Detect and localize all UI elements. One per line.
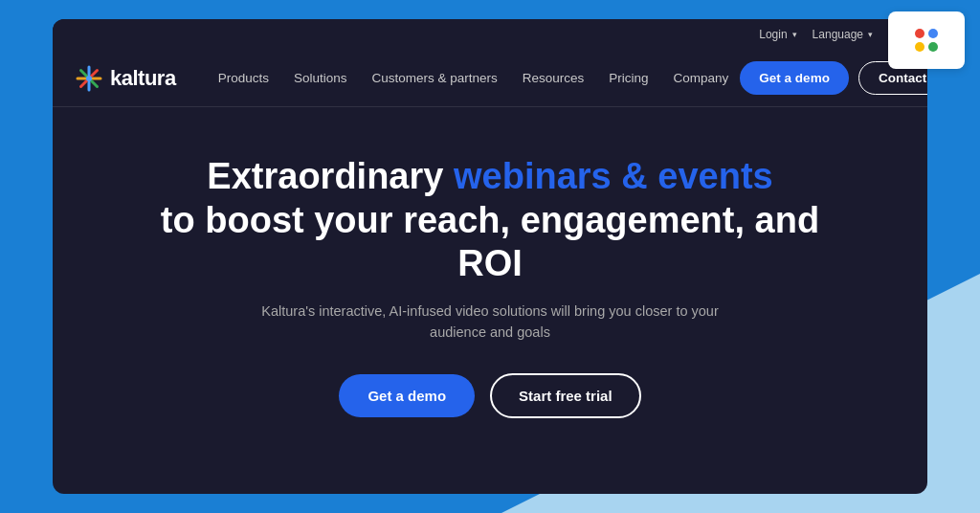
nav-item-customers-partners[interactable]: Customers & partners: [360, 65, 508, 91]
navbar: kaltura Products Solutions Customers & p…: [53, 50, 927, 107]
get-demo-button[interactable]: Get a demo: [740, 61, 849, 95]
hero-buttons: Get a demo Start free trial: [339, 373, 640, 418]
google-dot-green: [928, 42, 938, 52]
nav-links: Products Solutions Customers & partners …: [207, 65, 741, 91]
google-dot-blue: [928, 29, 938, 38]
svg-point-4: [86, 76, 92, 81]
main-container: Login ▾ Language ▾ 🔍 kaltura Products So…: [53, 19, 927, 494]
hero-trial-button[interactable]: Start free trial: [490, 373, 641, 418]
logo[interactable]: kaltura: [76, 65, 176, 92]
hero-demo-button[interactable]: Get a demo: [339, 374, 475, 417]
nav-item-company[interactable]: Company: [662, 65, 741, 91]
hero-title-part1: Extraordinary: [207, 156, 454, 196]
nav-item-products[interactable]: Products: [207, 65, 280, 91]
google-dot-yellow: [915, 42, 924, 52]
language-chevron: ▾: [868, 30, 873, 39]
hero-title: Extraordinary webinars & events to boost…: [131, 155, 849, 286]
language-button[interactable]: Language ▾: [813, 28, 873, 41]
google-icon: [913, 27, 940, 54]
nav-item-solutions[interactable]: Solutions: [282, 65, 359, 91]
hero-subtitle: Kaltura's interactive, AI-infused video …: [251, 301, 729, 344]
language-label: Language: [813, 28, 863, 41]
hero-title-highlight: webinars & events: [454, 156, 773, 196]
nav-item-pricing[interactable]: Pricing: [597, 65, 659, 91]
utility-bar: Login ▾ Language ▾ 🔍: [53, 19, 927, 50]
login-label: Login: [759, 28, 787, 41]
nav-item-resources[interactable]: Resources: [511, 65, 596, 91]
logo-text: kaltura: [110, 66, 176, 91]
login-button[interactable]: Login ▾: [759, 28, 796, 41]
kaltura-star-icon: [76, 65, 102, 92]
hero-section: Extraordinary webinars & events to boost…: [53, 107, 927, 457]
google-dot-red: [915, 29, 924, 38]
google-card: [888, 11, 965, 69]
login-chevron: ▾: [792, 30, 797, 39]
hero-title-part2: to boost your reach, engagement, and ROI: [161, 200, 819, 284]
